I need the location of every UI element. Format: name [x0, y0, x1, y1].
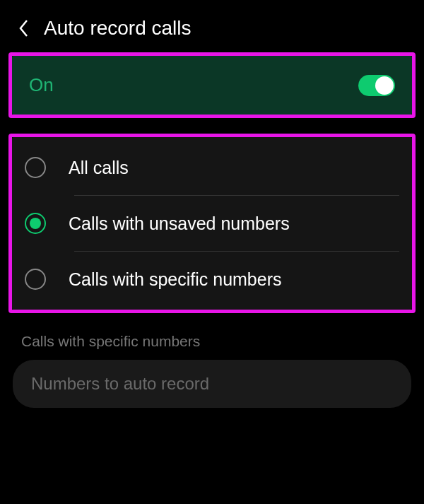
radio-circle-icon	[25, 157, 46, 178]
radio-label: Calls with specific numbers	[69, 269, 282, 290]
radio-label: All calls	[69, 158, 129, 178]
back-icon[interactable]	[14, 18, 34, 38]
radio-highlight: All calls Calls with unsaved numbers Cal…	[8, 134, 416, 313]
radio-option-unsaved-numbers[interactable]: Calls with unsaved numbers	[12, 196, 412, 251]
input-placeholder: Numbers to auto record	[31, 374, 393, 394]
toggle-label: On	[29, 74, 54, 96]
toggle-highlight: On	[8, 52, 416, 118]
radio-group: All calls Calls with unsaved numbers Cal…	[12, 137, 412, 310]
radio-option-specific-numbers[interactable]: Calls with specific numbers	[12, 252, 412, 307]
radio-label: Calls with unsaved numbers	[69, 213, 290, 234]
radio-option-all-calls[interactable]: All calls	[12, 140, 412, 195]
page-title: Auto record calls	[44, 17, 192, 40]
toggle-switch[interactable]	[358, 75, 395, 96]
header: Auto record calls	[8, 10, 416, 52]
radio-circle-icon	[25, 213, 46, 234]
auto-record-toggle-row[interactable]: On	[12, 56, 412, 115]
numbers-input[interactable]: Numbers to auto record	[13, 360, 411, 408]
radio-circle-icon	[25, 269, 46, 290]
radio-dot-icon	[30, 218, 41, 229]
toggle-knob	[375, 76, 394, 95]
specific-numbers-section-label: Calls with specific numbers	[8, 329, 416, 360]
